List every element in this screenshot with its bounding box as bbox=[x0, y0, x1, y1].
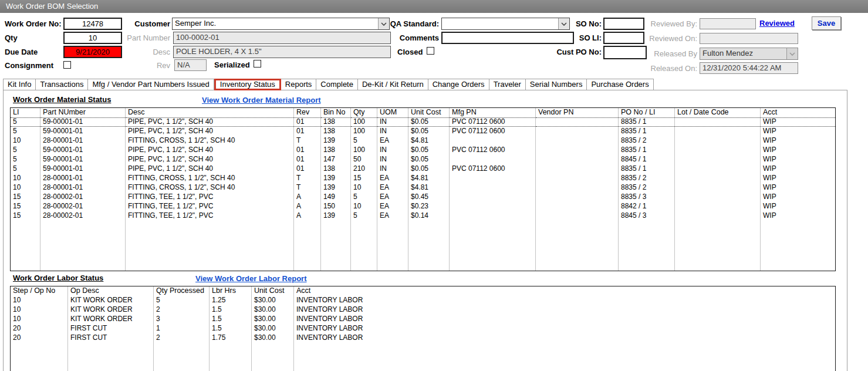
cell-op-desc-row-3[interactable]: FIRST CUT bbox=[68, 324, 153, 333]
cell-unit-cost-row-3[interactable]: $0.05 bbox=[408, 146, 449, 155]
cell-qty-row-2[interactable]: 5 bbox=[351, 136, 377, 146]
cell-op-desc-row-4[interactable]: FIRST CUT bbox=[68, 333, 153, 343]
column-header-li[interactable]: LI bbox=[11, 108, 40, 117]
cell-rev-row-3[interactable]: 01 bbox=[294, 146, 320, 155]
cell-qty-row-3[interactable]: 100 bbox=[351, 146, 377, 155]
cell-rev-row-6[interactable]: T bbox=[294, 174, 320, 183]
cell-rev-row-5[interactable]: 01 bbox=[294, 164, 320, 174]
cell-part-number-row-10[interactable]: 28-00002-01 bbox=[40, 211, 125, 221]
cell-bin-no-row-2[interactable]: 139 bbox=[321, 136, 350, 146]
cell-part-number-row-1[interactable]: 59-00001-01 bbox=[40, 127, 125, 136]
cell-mfg-pn-row-3[interactable]: PVC 07112 0600 bbox=[450, 146, 535, 155]
cell-qty-row-9[interactable]: 10 bbox=[351, 202, 377, 211]
cell-op-desc-row-2[interactable]: KIT WORK ORDER bbox=[68, 315, 153, 324]
cell-qty-processed-row-3[interactable]: 1 bbox=[154, 324, 209, 333]
cell-desc-row-9[interactable]: FITTING, TEE, 1 1/2", PVC bbox=[126, 202, 293, 211]
cell-part-number-row-5[interactable]: 59-00001-01 bbox=[40, 164, 125, 174]
cell-uom-row-7[interactable]: EA bbox=[377, 183, 408, 193]
cell-acct-row-3[interactable]: INVENTORY LABOR bbox=[294, 324, 835, 333]
cell-rev-row-8[interactable]: A bbox=[294, 193, 320, 202]
cell-lot-date-code-row-5[interactable] bbox=[675, 164, 760, 174]
column-header-part-number[interactable]: Part NUmber bbox=[40, 108, 125, 117]
cell-acct-row-7[interactable]: WIP bbox=[761, 183, 835, 193]
cell-step-op-no-row-2[interactable]: 10 bbox=[11, 315, 67, 324]
cell-bin-no-row-8[interactable]: 149 bbox=[321, 193, 350, 202]
cell-qty-processed-row-0[interactable]: 5 bbox=[154, 296, 209, 305]
cell-vendor-pn-row-1[interactable] bbox=[536, 127, 618, 136]
cell-step-op-no-row-4[interactable]: 20 bbox=[11, 333, 67, 343]
tab-complete[interactable]: Complete bbox=[316, 79, 358, 90]
cell-desc-row-4[interactable]: PIPE, PVC, 1 1/2", SCH 40 bbox=[126, 155, 293, 164]
cell-unit-cost-row-2[interactable]: $4.81 bbox=[408, 136, 449, 146]
work-order-no-field[interactable]: 12478 bbox=[63, 18, 122, 30]
cell-bin-no-row-7[interactable]: 139 bbox=[321, 183, 350, 193]
cell-qty-processed-row-1[interactable]: 2 bbox=[154, 305, 209, 315]
cell-po-no-li-row-6[interactable]: 8835 / 2 bbox=[619, 174, 674, 183]
cell-rev-row-2[interactable]: T bbox=[294, 136, 320, 146]
cell-acct-row-6[interactable]: WIP bbox=[761, 174, 835, 183]
cell-part-number-row-9[interactable]: 28-00002-01 bbox=[40, 202, 125, 211]
column-header-acct[interactable]: Acct bbox=[294, 286, 835, 296]
cell-uom-row-3[interactable]: IN bbox=[377, 146, 408, 155]
cell-uom-row-2[interactable]: EA bbox=[377, 136, 408, 146]
closed-checkbox[interactable] bbox=[427, 47, 434, 55]
cell-unit-cost-row-8[interactable]: $0.45 bbox=[408, 193, 449, 202]
cell-acct-row-1[interactable]: WIP bbox=[761, 127, 835, 136]
cell-mfg-pn-row-0[interactable]: PVC 07112 0600 bbox=[450, 117, 535, 127]
cell-mfg-pn-row-1[interactable]: PVC 07112 0600 bbox=[450, 127, 535, 136]
cell-po-no-li-row-2[interactable]: 8835 / 2 bbox=[619, 136, 674, 146]
cell-rev-row-1[interactable]: 01 bbox=[294, 127, 320, 136]
tab-transactions[interactable]: Transactions bbox=[36, 79, 88, 90]
column-header-uom[interactable]: UOM bbox=[377, 108, 408, 117]
cell-uom-row-6[interactable]: EA bbox=[377, 174, 408, 183]
cell-bin-no-row-6[interactable]: 139 bbox=[321, 174, 350, 183]
column-header-qty-processed[interactable]: Qty Processed bbox=[154, 286, 209, 296]
cell-rev-row-7[interactable]: T bbox=[294, 183, 320, 193]
cell-mfg-pn-row-4[interactable] bbox=[450, 155, 535, 164]
cell-part-number-row-4[interactable]: 59-00001-01 bbox=[40, 155, 125, 164]
cell-uom-row-9[interactable]: EA bbox=[377, 202, 408, 211]
cell-acct-row-2[interactable]: INVENTORY LABOR bbox=[294, 315, 835, 324]
cell-desc-row-8[interactable]: FITTING, TEE, 1 1/2", PVC bbox=[126, 193, 293, 202]
column-header-vendor-pn[interactable]: Vendor PN bbox=[536, 108, 618, 117]
cell-acct-row-0[interactable]: INVENTORY LABOR bbox=[294, 296, 835, 305]
cell-part-number-row-8[interactable]: 28-00002-01 bbox=[40, 193, 125, 202]
tab-serial-numbers[interactable]: Serial Numbers bbox=[526, 79, 587, 90]
tab-inventory-status[interactable]: Inventory Status bbox=[214, 79, 281, 90]
cell-uom-row-0[interactable]: IN bbox=[377, 117, 408, 127]
cell-mfg-pn-row-7[interactable] bbox=[450, 183, 535, 193]
tab-mfg-vendor-part-numbers-issued[interactable]: Mfg / Vendor Part Numbers Issued bbox=[88, 79, 214, 90]
column-header-unit-cost[interactable]: Unit Cost bbox=[252, 286, 293, 296]
cell-lot-date-code-row-3[interactable] bbox=[675, 146, 760, 155]
cell-bin-no-row-10[interactable]: 139 bbox=[321, 211, 350, 221]
cell-uom-row-5[interactable]: IN bbox=[377, 164, 408, 174]
cell-unit-cost-row-1[interactable]: $0.05 bbox=[408, 127, 449, 136]
cell-lot-date-code-row-7[interactable] bbox=[675, 183, 760, 193]
cell-desc-row-10[interactable]: FITTING, TEE, 1 1/2", PVC bbox=[126, 211, 293, 221]
cell-part-number-row-2[interactable]: 28-00001-01 bbox=[40, 136, 125, 146]
cell-acct-row-8[interactable]: WIP bbox=[761, 193, 835, 202]
cell-unit-cost-row-1[interactable]: $30.00 bbox=[252, 305, 293, 315]
cell-step-op-no-row-3[interactable]: 20 bbox=[11, 324, 67, 333]
column-header-lbr-hrs[interactable]: Lbr Hrs bbox=[210, 286, 251, 296]
cell-mfg-pn-row-8[interactable] bbox=[450, 193, 535, 202]
cell-acct-row-4[interactable]: INVENTORY LABOR bbox=[294, 333, 835, 343]
cell-part-number-row-3[interactable]: 59-00001-01 bbox=[40, 146, 125, 155]
view-labor-report-link[interactable]: View Work Order Labor Report bbox=[195, 274, 307, 283]
cell-unit-cost-row-9[interactable]: $0.23 bbox=[408, 202, 449, 211]
cell-unit-cost-row-0[interactable]: $30.00 bbox=[252, 296, 293, 305]
cell-bin-no-row-9[interactable]: 150 bbox=[321, 202, 350, 211]
cell-lot-date-code-row-4[interactable] bbox=[675, 155, 760, 164]
cell-po-no-li-row-7[interactable]: 8835 / 2 bbox=[619, 183, 674, 193]
cell-desc-row-7[interactable]: FITTING, CROSS, 1 1/2", SCH 40 bbox=[126, 183, 293, 193]
cell-li-row-5[interactable]: 5 bbox=[11, 164, 40, 174]
column-header-step-op-no[interactable]: Step / Op No bbox=[11, 286, 67, 296]
cell-op-desc-row-0[interactable]: KIT WORK ORDER bbox=[68, 296, 153, 305]
cell-li-row-9[interactable]: 15 bbox=[11, 202, 40, 211]
cell-li-row-1[interactable]: 5 bbox=[11, 127, 40, 136]
cell-qty-row-8[interactable]: 5 bbox=[351, 193, 377, 202]
cell-part-number-row-6[interactable]: 28-00001-01 bbox=[40, 174, 125, 183]
cell-acct-row-2[interactable]: WIP bbox=[761, 136, 835, 146]
cell-li-row-7[interactable]: 10 bbox=[11, 183, 40, 193]
cell-op-desc-row-1[interactable]: KIT WORK ORDER bbox=[68, 305, 153, 315]
